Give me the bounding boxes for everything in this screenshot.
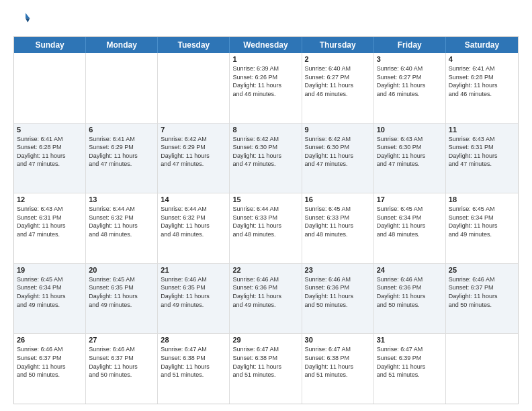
day-info: Sunrise: 6:45 AM Sunset: 6:35 PM Dayligh… bbox=[89, 275, 154, 309]
calendar: SundayMondayTuesdayWednesdayThursdayFrid… bbox=[13, 36, 519, 404]
day-number: 4 bbox=[449, 55, 515, 63]
calendar-day-5: 5Sunrise: 6:41 AM Sunset: 6:28 PM Daylig… bbox=[14, 124, 86, 193]
day-info: Sunrise: 6:40 AM Sunset: 6:27 PM Dayligh… bbox=[377, 64, 443, 98]
day-number: 17 bbox=[377, 195, 443, 203]
day-number: 18 bbox=[449, 195, 515, 203]
calendar-day-28: 28Sunrise: 6:47 AM Sunset: 6:38 PM Dayli… bbox=[158, 334, 230, 404]
day-number: 11 bbox=[449, 126, 515, 134]
day-number: 10 bbox=[377, 126, 443, 134]
calendar-day-31: 31Sunrise: 6:47 AM Sunset: 6:39 PM Dayli… bbox=[374, 334, 446, 404]
calendar-day-8: 8Sunrise: 6:42 AM Sunset: 6:30 PM Daylig… bbox=[230, 124, 302, 193]
day-of-week-saturday: Saturday bbox=[446, 37, 518, 53]
day-info: Sunrise: 6:42 AM Sunset: 6:29 PM Dayligh… bbox=[161, 135, 226, 169]
day-number: 24 bbox=[377, 266, 443, 274]
day-info: Sunrise: 6:47 AM Sunset: 6:38 PM Dayligh… bbox=[232, 345, 298, 379]
day-info: Sunrise: 6:47 AM Sunset: 6:38 PM Dayligh… bbox=[161, 345, 226, 379]
svg-marker-1 bbox=[26, 18, 30, 22]
day-info: Sunrise: 6:44 AM Sunset: 6:32 PM Dayligh… bbox=[161, 205, 226, 238]
calendar-day-9: 9Sunrise: 6:42 AM Sunset: 6:30 PM Daylig… bbox=[302, 124, 374, 193]
logo bbox=[13, 11, 31, 30]
day-of-week-thursday: Thursday bbox=[302, 37, 374, 53]
calendar-day-22: 22Sunrise: 6:46 AM Sunset: 6:36 PM Dayli… bbox=[230, 264, 302, 334]
day-number: 25 bbox=[449, 266, 515, 274]
day-info: Sunrise: 6:46 AM Sunset: 6:37 PM Dayligh… bbox=[449, 275, 515, 309]
calendar-row-0: 1Sunrise: 6:39 AM Sunset: 6:26 PM Daylig… bbox=[14, 53, 518, 123]
day-info: Sunrise: 6:43 AM Sunset: 6:30 PM Dayligh… bbox=[377, 135, 443, 169]
calendar-day-14: 14Sunrise: 6:44 AM Sunset: 6:32 PM Dayli… bbox=[158, 193, 230, 263]
calendar-row-2: 12Sunrise: 6:43 AM Sunset: 6:31 PM Dayli… bbox=[14, 193, 518, 263]
logo-icon bbox=[15, 11, 31, 27]
day-info: Sunrise: 6:47 AM Sunset: 6:39 PM Dayligh… bbox=[377, 345, 443, 379]
calendar-empty-cell bbox=[86, 53, 158, 123]
day-number: 22 bbox=[232, 266, 298, 274]
day-number: 21 bbox=[161, 266, 226, 274]
day-of-week-sunday: Sunday bbox=[14, 37, 86, 53]
calendar-empty-cell bbox=[14, 53, 86, 123]
calendar-day-3: 3Sunrise: 6:40 AM Sunset: 6:27 PM Daylig… bbox=[374, 53, 446, 123]
day-info: Sunrise: 6:45 AM Sunset: 6:34 PM Dayligh… bbox=[17, 275, 83, 309]
day-info: Sunrise: 6:41 AM Sunset: 6:29 PM Dayligh… bbox=[89, 135, 154, 169]
calendar-day-6: 6Sunrise: 6:41 AM Sunset: 6:29 PM Daylig… bbox=[86, 124, 158, 193]
header bbox=[13, 11, 519, 30]
day-info: Sunrise: 6:46 AM Sunset: 6:36 PM Dayligh… bbox=[305, 275, 371, 309]
calendar-day-16: 16Sunrise: 6:45 AM Sunset: 6:33 PM Dayli… bbox=[302, 193, 374, 263]
day-info: Sunrise: 6:44 AM Sunset: 6:33 PM Dayligh… bbox=[232, 205, 298, 238]
day-info: Sunrise: 6:43 AM Sunset: 6:31 PM Dayligh… bbox=[17, 205, 83, 238]
day-number: 19 bbox=[17, 266, 83, 274]
calendar-day-13: 13Sunrise: 6:44 AM Sunset: 6:32 PM Dayli… bbox=[86, 193, 158, 263]
day-info: Sunrise: 6:45 AM Sunset: 6:34 PM Dayligh… bbox=[377, 205, 443, 238]
day-number: 3 bbox=[377, 55, 443, 63]
calendar-day-17: 17Sunrise: 6:45 AM Sunset: 6:34 PM Dayli… bbox=[374, 193, 446, 263]
day-info: Sunrise: 6:46 AM Sunset: 6:37 PM Dayligh… bbox=[17, 345, 83, 379]
day-info: Sunrise: 6:45 AM Sunset: 6:33 PM Dayligh… bbox=[305, 205, 371, 238]
calendar-day-12: 12Sunrise: 6:43 AM Sunset: 6:31 PM Dayli… bbox=[14, 193, 86, 263]
calendar-day-11: 11Sunrise: 6:43 AM Sunset: 6:31 PM Dayli… bbox=[446, 124, 518, 193]
day-of-week-monday: Monday bbox=[86, 37, 158, 53]
calendar-day-29: 29Sunrise: 6:47 AM Sunset: 6:38 PM Dayli… bbox=[230, 334, 302, 404]
day-info: Sunrise: 6:46 AM Sunset: 6:35 PM Dayligh… bbox=[161, 275, 226, 309]
calendar-header: SundayMondayTuesdayWednesdayThursdayFrid… bbox=[14, 37, 518, 53]
day-of-week-friday: Friday bbox=[374, 37, 446, 53]
calendar-row-3: 19Sunrise: 6:45 AM Sunset: 6:34 PM Dayli… bbox=[14, 263, 518, 334]
day-info: Sunrise: 6:39 AM Sunset: 6:26 PM Dayligh… bbox=[232, 64, 298, 98]
calendar-day-18: 18Sunrise: 6:45 AM Sunset: 6:34 PM Dayli… bbox=[446, 193, 518, 263]
calendar-day-23: 23Sunrise: 6:46 AM Sunset: 6:36 PM Dayli… bbox=[302, 264, 374, 334]
calendar-day-21: 21Sunrise: 6:46 AM Sunset: 6:35 PM Dayli… bbox=[158, 264, 230, 334]
day-info: Sunrise: 6:40 AM Sunset: 6:27 PM Dayligh… bbox=[305, 64, 371, 98]
calendar-day-1: 1Sunrise: 6:39 AM Sunset: 6:26 PM Daylig… bbox=[230, 53, 302, 123]
day-number: 16 bbox=[305, 195, 371, 203]
day-number: 27 bbox=[89, 336, 154, 344]
page: SundayMondayTuesdayWednesdayThursdayFrid… bbox=[0, 0, 532, 411]
calendar-empty-cell bbox=[158, 53, 230, 123]
day-info: Sunrise: 6:42 AM Sunset: 6:30 PM Dayligh… bbox=[232, 135, 298, 169]
day-number: 26 bbox=[17, 336, 83, 344]
day-info: Sunrise: 6:44 AM Sunset: 6:32 PM Dayligh… bbox=[89, 205, 154, 238]
calendar-day-15: 15Sunrise: 6:44 AM Sunset: 6:33 PM Dayli… bbox=[230, 193, 302, 263]
day-info: Sunrise: 6:42 AM Sunset: 6:30 PM Dayligh… bbox=[305, 135, 371, 169]
day-number: 9 bbox=[305, 126, 371, 134]
day-number: 6 bbox=[89, 126, 154, 134]
calendar-day-25: 25Sunrise: 6:46 AM Sunset: 6:37 PM Dayli… bbox=[446, 264, 518, 334]
calendar-day-24: 24Sunrise: 6:46 AM Sunset: 6:36 PM Dayli… bbox=[374, 264, 446, 334]
day-info: Sunrise: 6:46 AM Sunset: 6:36 PM Dayligh… bbox=[377, 275, 443, 309]
day-number: 31 bbox=[377, 336, 443, 344]
day-info: Sunrise: 6:46 AM Sunset: 6:37 PM Dayligh… bbox=[89, 345, 154, 379]
calendar-day-20: 20Sunrise: 6:45 AM Sunset: 6:35 PM Dayli… bbox=[86, 264, 158, 334]
day-number: 1 bbox=[232, 55, 298, 63]
calendar-day-7: 7Sunrise: 6:42 AM Sunset: 6:29 PM Daylig… bbox=[158, 124, 230, 193]
day-number: 14 bbox=[161, 195, 226, 203]
day-of-week-tuesday: Tuesday bbox=[158, 37, 230, 53]
calendar-row-4: 26Sunrise: 6:46 AM Sunset: 6:37 PM Dayli… bbox=[14, 333, 518, 404]
calendar-body: 1Sunrise: 6:39 AM Sunset: 6:26 PM Daylig… bbox=[14, 53, 518, 404]
day-number: 23 bbox=[305, 266, 371, 274]
day-number: 7 bbox=[161, 126, 226, 134]
calendar-row-1: 5Sunrise: 6:41 AM Sunset: 6:28 PM Daylig… bbox=[14, 123, 518, 193]
day-number: 15 bbox=[232, 195, 298, 203]
day-info: Sunrise: 6:41 AM Sunset: 6:28 PM Dayligh… bbox=[17, 135, 83, 169]
calendar-day-26: 26Sunrise: 6:46 AM Sunset: 6:37 PM Dayli… bbox=[14, 334, 86, 404]
calendar-day-2: 2Sunrise: 6:40 AM Sunset: 6:27 PM Daylig… bbox=[302, 53, 374, 123]
day-of-week-wednesday: Wednesday bbox=[230, 37, 302, 53]
day-number: 28 bbox=[161, 336, 226, 344]
day-number: 2 bbox=[305, 55, 371, 63]
calendar-day-10: 10Sunrise: 6:43 AM Sunset: 6:30 PM Dayli… bbox=[374, 124, 446, 193]
